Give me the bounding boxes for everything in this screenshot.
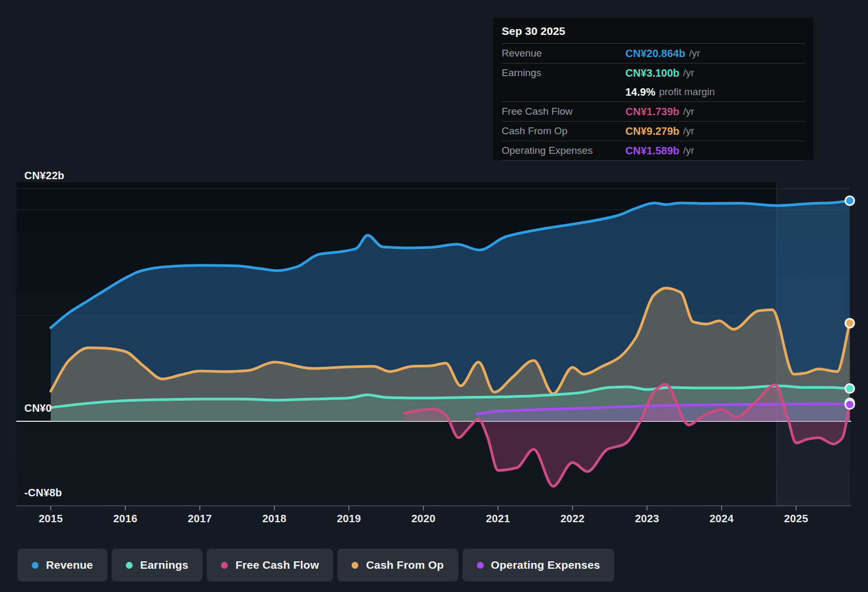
- x-axis-label: 2023: [623, 513, 671, 525]
- tooltip-fcf-unit: /yr: [683, 106, 694, 117]
- tooltip-row-earnings: Earnings CN¥3.100b /yr: [502, 63, 805, 82]
- tooltip-earnings-value: CN¥3.100b: [625, 67, 679, 79]
- endpoint-opex: [845, 400, 854, 409]
- tooltip-cashop-unit: /yr: [683, 125, 694, 137]
- tooltip-fcf-value: CN¥1.739b: [625, 106, 679, 118]
- endpoint-earnings: [845, 384, 854, 393]
- x-axis-label: 2024: [698, 513, 745, 525]
- legend-bar: RevenueEarningsFree Cash FlowCash From O…: [17, 549, 614, 581]
- tooltip-row-revenue: Revenue CN¥20.864b /yr: [502, 44, 805, 63]
- endpoint-cashop: [845, 319, 854, 328]
- tooltip-cashop-label: Cash From Op: [502, 125, 625, 137]
- tooltip-fcf-label: Free Cash Flow: [502, 106, 625, 117]
- tooltip-revenue-unit: /yr: [689, 48, 700, 59]
- tooltip-revenue-value: CN¥20.864b: [625, 48, 685, 60]
- tooltip-revenue-label: Revenue: [502, 48, 625, 59]
- legend-label: Operating Expenses: [491, 559, 601, 571]
- legend-chip-opex[interactable]: Operating Expenses: [463, 549, 615, 581]
- legend-chip-cashop[interactable]: Cash From Op: [337, 549, 458, 581]
- y-axis-label: -CN¥8b: [24, 487, 62, 499]
- x-axis-label: 2016: [101, 513, 149, 525]
- x-axis-label: 2025: [772, 513, 820, 525]
- earnings-revenue-history-chart-page: { "tooltip": { "date": "Sep 30 2025", "r…: [0, 0, 868, 592]
- legend-chip-fcf[interactable]: Free Cash Flow: [207, 549, 333, 581]
- x-axis-label: 2019: [325, 513, 373, 525]
- tooltip-date: Sep 30 2025: [502, 17, 805, 44]
- legend-label: Cash From Op: [366, 559, 444, 571]
- tooltip-opex-unit: /yr: [683, 145, 694, 156]
- tooltip-row-opex: Operating Expenses CN¥1.589b /yr: [502, 141, 805, 161]
- legend-label: Revenue: [46, 559, 93, 571]
- x-axis-label: 2017: [176, 513, 224, 525]
- tooltip-opex-label: Operating Expenses: [502, 145, 625, 156]
- tooltip-panel: Sep 30 2025 Revenue CN¥20.864b /yr Earni…: [493, 17, 814, 160]
- legend-dot-icon: [126, 562, 133, 569]
- tooltip-opex-value: CN¥1.589b: [625, 145, 679, 157]
- tooltip-margin-label: profit margin: [659, 86, 715, 98]
- legend-dot-icon: [221, 562, 228, 569]
- tooltip-earnings-label: Earnings: [502, 67, 625, 79]
- x-axis-label: 2015: [27, 513, 75, 525]
- legend-dot-icon: [477, 562, 484, 569]
- tooltip-row-profit-margin: 14.9% profit margin: [502, 82, 805, 102]
- legend-dot-icon: [32, 562, 39, 569]
- y-axis-label: CN¥0: [24, 402, 52, 414]
- tooltip-row-cashop: Cash From Op CN¥9.279b /yr: [502, 122, 805, 141]
- x-axis-label: 2020: [400, 513, 447, 525]
- tooltip-row-fcf: Free Cash Flow CN¥1.739b /yr: [502, 102, 805, 122]
- tooltip-earnings-unit: /yr: [683, 67, 694, 79]
- legend-chip-revenue[interactable]: Revenue: [17, 549, 107, 581]
- x-axis-label: 2022: [549, 513, 596, 525]
- legend-dot-icon: [352, 562, 358, 569]
- legend-label: Earnings: [140, 559, 188, 571]
- x-axis-label: 2021: [474, 513, 522, 525]
- tooltip-cashop-value: CN¥9.279b: [625, 125, 679, 137]
- x-axis-label: 2018: [251, 513, 298, 525]
- y-axis-label: CN¥22b: [24, 170, 64, 182]
- tooltip-margin-value: 14.9%: [625, 86, 655, 98]
- endpoint-revenue: [845, 196, 854, 205]
- legend-chip-earnings[interactable]: Earnings: [112, 549, 202, 581]
- legend-label: Free Cash Flow: [235, 559, 319, 571]
